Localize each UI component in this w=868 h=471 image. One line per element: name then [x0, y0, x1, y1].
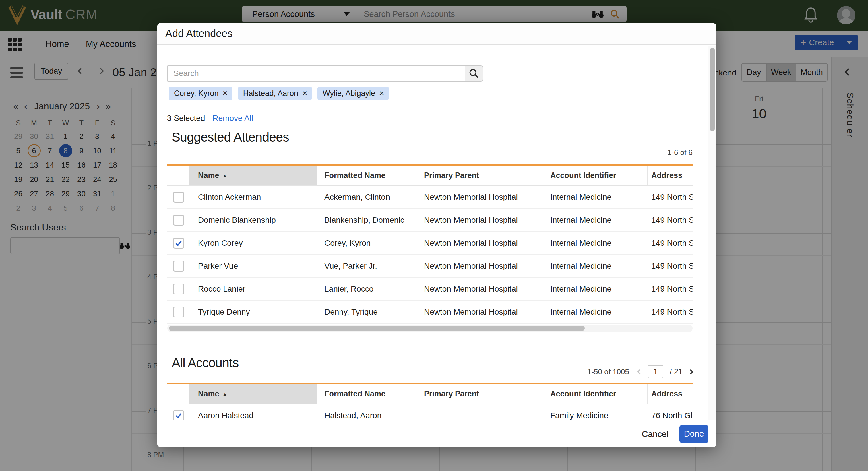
table-row[interactable]: Rocco LanierLanier, RoccoNewton Memorial…	[167, 278, 693, 301]
table-cell: Newton Memorial Hospital	[420, 307, 546, 317]
chip-remove-icon[interactable]: ✕	[379, 90, 384, 97]
table-header-row: Name▲Formatted NamePrimary ParentAccount…	[167, 384, 693, 404]
table-cell: 149 North St	[648, 193, 693, 202]
table-cell: Newton Memorial Hospital	[420, 239, 546, 248]
suggested-count-label: 1-6 of 6	[157, 148, 693, 157]
attendee-chip: Corey, Kyron✕	[169, 87, 232, 100]
column-header-primary-parent[interactable]: Primary Parent	[420, 166, 546, 185]
table-row[interactable]: Kyron CoreyCorey, KyronNewton Memorial H…	[167, 232, 693, 255]
column-header-formatted-name[interactable]: Formatted Name	[317, 166, 420, 185]
table-row[interactable]: Parker VueVue, Parker Jr.Newton Memorial…	[167, 255, 693, 278]
cancel-button[interactable]: Cancel	[642, 429, 669, 439]
chip-label: Halstead, Aaron	[243, 89, 298, 98]
column-header-account-identifier[interactable]: Account Identifier	[546, 384, 648, 404]
table-cell: Newton Memorial Hospital	[420, 261, 546, 271]
table-cell: Aaron Halstead	[189, 411, 317, 420]
chip-remove-icon[interactable]: ✕	[302, 90, 307, 97]
table-row[interactable]: Domenic BlankenshipBlankenship, DomenicN…	[167, 209, 693, 232]
column-header-formatted-name[interactable]: Formatted Name	[317, 384, 420, 404]
table-cell: Ackerman, Clinton	[317, 193, 420, 202]
suggested-attendees-heading: Suggested Attendees	[172, 130, 289, 145]
sort-ascending-icon: ▲	[223, 173, 227, 178]
search-icon	[468, 68, 479, 79]
table-row[interactable]: Tyrique DennyDenny, TyriqueNewton Memori…	[167, 301, 693, 324]
column-header-account-identifier[interactable]: Account Identifier	[546, 166, 648, 185]
table-cell: 149 North St	[648, 239, 693, 248]
table-cell: Parker Vue	[189, 261, 317, 271]
table-cell: 149 North St	[648, 261, 693, 271]
table-cell: Internal Medicine	[546, 261, 648, 271]
table-cell: Internal Medicine	[546, 284, 648, 294]
table-cell: Vue, Parker Jr.	[317, 261, 420, 271]
row-checkbox[interactable]	[173, 307, 184, 317]
table-cell: Halstead, Aaron	[317, 411, 420, 420]
modal-title: Add Attendees	[165, 28, 232, 40]
modal-footer: Cancel Done	[157, 420, 716, 447]
suggested-attendees-table: Name▲Formatted NamePrimary ParentAccount…	[167, 164, 693, 324]
row-checkbox[interactable]	[173, 261, 184, 272]
scrollbar-thumb[interactable]	[169, 326, 585, 331]
chip-label: Corey, Kyron	[174, 89, 219, 98]
table-cell: Internal Medicine	[546, 239, 648, 248]
table-cell: Internal Medicine	[546, 216, 648, 225]
table-cell: Newton Memorial Hospital	[420, 193, 546, 202]
chip-remove-icon[interactable]: ✕	[222, 90, 228, 97]
page-previous-icon[interactable]	[637, 369, 642, 374]
table-horizontal-scrollbar	[167, 325, 693, 332]
remove-all-link[interactable]: Remove All	[212, 114, 253, 123]
all-accounts-pagination: 1-50 of 1005 / 21	[157, 365, 693, 378]
table-cell: Internal Medicine	[546, 193, 648, 202]
attendee-search-field	[167, 65, 466, 82]
table-cell: Rocco Lanier	[189, 284, 317, 294]
page-next-icon[interactable]	[688, 369, 693, 374]
done-button[interactable]: Done	[679, 425, 708, 443]
add-attendees-modal: Add Attendees Corey, Kyron✕Halstead, Aar…	[157, 23, 716, 447]
sort-ascending-icon: ▲	[223, 391, 227, 397]
row-checkbox[interactable]	[173, 410, 184, 420]
table-cell: Newton Memorial Hospital	[420, 284, 546, 294]
column-header-name[interactable]: Name▲	[189, 384, 317, 404]
table-cell: Internal Medicine	[546, 307, 648, 317]
chip-label: Wylie, Abigayle	[322, 89, 375, 98]
column-header-address[interactable]: Address	[648, 384, 693, 404]
page-total-label: / 21	[670, 367, 683, 376]
row-checkbox[interactable]	[173, 192, 184, 202]
column-header-address[interactable]: Address	[648, 166, 693, 185]
table-cell: 149 North St	[648, 307, 693, 317]
table-cell: Blankenship, Domenic	[317, 216, 420, 225]
table-cell: Clinton Ackerman	[189, 193, 317, 202]
all-accounts-count-label: 1-50 of 1005	[587, 367, 629, 376]
row-checkbox[interactable]	[173, 215, 184, 226]
table-cell: 76 North Gl	[648, 411, 693, 420]
table-header-row: Name▲Formatted NamePrimary ParentAccount…	[167, 166, 693, 186]
table-cell: Denny, Tyrique	[317, 307, 420, 317]
row-checkbox[interactable]	[173, 238, 184, 249]
table-cell: Tyrique Denny	[189, 307, 317, 317]
table-row[interactable]: Aaron HalsteadHalstead, AaronFamily Medi…	[167, 404, 693, 420]
selected-attendee-chips: Corey, Kyron✕Halstead, Aaron✕Wylie, Abig…	[169, 87, 389, 100]
modal-scrollbar	[708, 46, 716, 420]
table-cell: Kyron Corey	[189, 239, 317, 248]
attendee-chip: Wylie, Abigayle✕	[317, 87, 389, 100]
table-header-checkbox-cell	[167, 166, 189, 185]
row-checkbox[interactable]	[173, 284, 184, 294]
table-header-checkbox-cell	[167, 384, 189, 404]
modal-header: Add Attendees	[157, 23, 716, 45]
modal-scrollbar-thumb[interactable]	[710, 48, 715, 131]
attendee-search-input[interactable]	[167, 66, 465, 81]
column-header-primary-parent[interactable]: Primary Parent	[420, 384, 546, 404]
table-cell: Family Medicine	[546, 411, 648, 420]
table-cell: Lanier, Rocco	[317, 284, 420, 294]
all-accounts-table: Name▲Formatted NamePrimary ParentAccount…	[167, 383, 693, 420]
table-cell: Domenic Blankenship	[189, 216, 317, 225]
table-cell: Corey, Kyron	[317, 239, 420, 248]
attendee-chip: Halstead, Aaron✕	[238, 87, 312, 100]
table-cell: 149 North St	[648, 284, 693, 294]
table-cell: 149 North St	[648, 216, 693, 225]
attendee-search-button[interactable]	[465, 65, 483, 82]
page-number-input[interactable]	[648, 365, 663, 378]
table-cell: Newton Memorial Hospital	[420, 216, 546, 225]
table-row[interactable]: Clinton AckermanAckerman, ClintonNewton …	[167, 186, 693, 209]
column-header-name[interactable]: Name▲	[189, 166, 317, 185]
selected-count-label: 3 Selected	[167, 114, 205, 123]
